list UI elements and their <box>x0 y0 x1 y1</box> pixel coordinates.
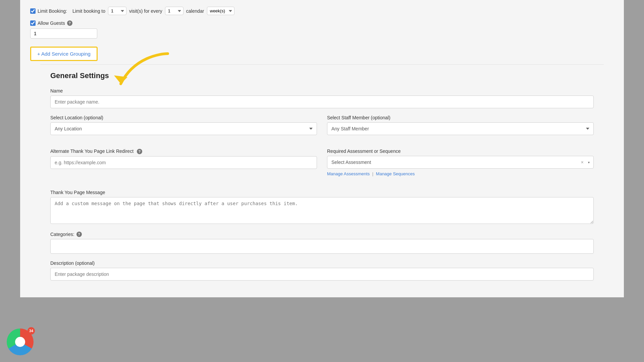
description-input[interactable] <box>50 268 594 281</box>
manage-assessments-link[interactable]: Manage Assessments <box>327 171 370 176</box>
limit-to-text: Limit booking to <box>72 8 105 14</box>
limit-booking-section: Limit Booking: Limit booking to 1 2 3 vi… <box>30 7 614 15</box>
assessment-clear-icon[interactable]: × <box>581 160 584 165</box>
recording-indicator: 34 <box>7 328 34 355</box>
thank-you-link-label: Alternate Thank You Page Link Redirect ? <box>50 148 317 154</box>
calendar-text: calendar <box>186 8 204 14</box>
visits-text: visit(s) for every <box>129 8 162 14</box>
thankyou-assessment-row: Alternate Thank You Page Link Redirect ?… <box>50 148 594 183</box>
assessment-label: Required Assessment or Sequence <box>327 148 594 154</box>
name-group: Name <box>50 88 594 108</box>
assessment-group: Required Assessment or Sequence Select A… <box>327 148 594 176</box>
description-group: Description (optional) <box>50 260 594 281</box>
recording-circle: 34 <box>7 328 34 355</box>
allow-guests-checkbox-label[interactable]: Allow Guests ? <box>30 20 614 26</box>
description-label: Description (optional) <box>50 260 594 266</box>
add-service-grouping-button[interactable]: + Add Service Grouping <box>30 47 98 61</box>
name-label: Name <box>50 88 594 94</box>
manage-sequences-link[interactable]: Manage Sequences <box>376 171 415 176</box>
staff-select[interactable]: Any Staff Member <box>327 122 594 135</box>
visit-count-select[interactable]: 1 2 3 <box>108 7 126 15</box>
recording-inner <box>15 337 25 347</box>
top-section: Limit Booking: Limit booking to 1 2 3 vi… <box>20 0 624 64</box>
general-settings-section: General Settings Name Select Location (o… <box>40 64 604 297</box>
general-settings-title: General Settings <box>50 71 594 80</box>
thank-you-link-input[interactable] <box>50 156 317 169</box>
location-select[interactable]: Any Location <box>50 122 317 135</box>
period-select[interactable]: week(s) month(s) day(s) <box>207 7 234 15</box>
thank-you-message-textarea[interactable] <box>50 197 594 224</box>
every-count-select[interactable]: 1 2 3 <box>165 7 183 15</box>
categories-label-row: Categories: ? <box>50 232 594 237</box>
thank-you-link-group: Alternate Thank You Page Link Redirect ? <box>50 148 317 176</box>
staff-label: Select Staff Member (optional) <box>327 115 594 120</box>
limit-booking-label: Limit Booking: <box>38 8 67 14</box>
thank-you-link-help-icon[interactable]: ? <box>137 149 142 154</box>
allow-guests-help-icon[interactable]: ? <box>67 20 72 26</box>
manage-links-separator: | <box>372 171 373 176</box>
recording-badge: 34 <box>28 327 35 335</box>
categories-input[interactable] <box>50 239 594 254</box>
allow-guests-checkbox[interactable] <box>30 20 36 26</box>
categories-section: Categories: ? <box>50 232 594 254</box>
limit-booking-checkbox-label[interactable]: Limit Booking: <box>30 8 67 14</box>
allow-guests-label: Allow Guests <box>38 20 65 26</box>
name-input[interactable] <box>50 96 594 108</box>
page-wrapper: Limit Booking: Limit booking to 1 2 3 vi… <box>0 0 644 362</box>
manage-links: Manage Assessments | Manage Sequences <box>327 171 594 176</box>
assessment-select[interactable]: Select Assessment <box>327 156 594 169</box>
thank-you-message-label: Thank You Page Message <box>50 190 594 195</box>
assessment-select-wrapper: Select Assessment × ▾ <box>327 156 594 169</box>
guests-count-input[interactable] <box>30 28 97 39</box>
content-wrapper: Limit Booking: Limit booking to 1 2 3 vi… <box>20 0 624 297</box>
staff-group: Select Staff Member (optional) Any Staff… <box>327 115 594 135</box>
categories-label: Categories: <box>50 232 74 237</box>
location-staff-row: Select Location (optional) Any Location … <box>50 115 594 142</box>
thank-you-message-group: Thank You Page Message <box>50 190 594 225</box>
limit-booking-checkbox[interactable] <box>30 8 36 14</box>
categories-help-icon[interactable]: ? <box>76 232 82 237</box>
location-group: Select Location (optional) Any Location <box>50 115 317 135</box>
add-service-grouping-label: + Add Service Grouping <box>37 51 91 57</box>
location-label: Select Location (optional) <box>50 115 317 120</box>
allow-guests-section: Allow Guests ? <box>30 20 614 39</box>
